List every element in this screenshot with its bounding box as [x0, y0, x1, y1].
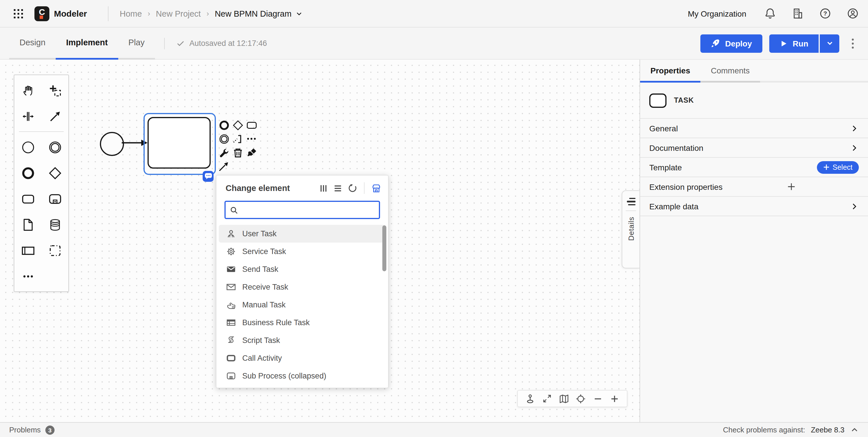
hand-tool[interactable]	[14, 77, 41, 103]
app-switcher-button[interactable]	[9, 4, 28, 23]
append-end-event-button[interactable]	[217, 118, 231, 132]
popup-scrollbar-thumb[interactable]	[382, 225, 386, 271]
space-tool[interactable]	[14, 103, 41, 129]
create-participant[interactable]	[14, 237, 41, 263]
popup-item-manual-task[interactable]: Manual Task	[219, 296, 386, 314]
camunda-logo[interactable]: C	[34, 6, 50, 21]
create-subprocess[interactable]	[41, 186, 68, 212]
rocket-icon	[711, 39, 720, 48]
search-input[interactable]	[242, 205, 375, 215]
run-options-button[interactable]	[820, 34, 839, 53]
marketplace-button[interactable]	[371, 183, 381, 193]
popup-item-send-task[interactable]: Send Task	[219, 260, 386, 278]
intermediate-event-icon	[48, 140, 62, 154]
check-icon	[176, 39, 185, 47]
paintbrush-icon	[246, 147, 257, 158]
start-event-shape[interactable]	[100, 132, 124, 156]
popup-item-business-rule-task[interactable]: Business Rule Task	[219, 314, 386, 332]
append-task-button[interactable]	[245, 118, 258, 132]
caret-up-icon[interactable]	[850, 426, 859, 434]
center-view-button[interactable]	[575, 393, 587, 404]
delete-button[interactable]	[231, 146, 245, 160]
create-group[interactable]	[41, 237, 68, 263]
global-connect-tool[interactable]	[41, 103, 68, 129]
append-intermediate-event-button[interactable]	[217, 132, 231, 146]
popup-item-call-activity[interactable]: Call Activity	[219, 349, 386, 367]
data-object-icon	[22, 217, 34, 231]
organization-label[interactable]: My Organization	[688, 9, 746, 18]
create-start-event[interactable]	[14, 134, 41, 160]
popup-search	[224, 201, 380, 219]
breadcrumb-current[interactable]: New BPMN Diagram	[215, 9, 303, 18]
palette-more[interactable]	[14, 263, 41, 289]
lasso-tool[interactable]	[41, 77, 68, 103]
popup-item-receive-task[interactable]: Receive Task	[219, 278, 386, 296]
create-gateway[interactable]	[41, 160, 68, 186]
popup-item-label: Manual Task	[242, 301, 286, 309]
create-data-store[interactable]	[41, 212, 68, 237]
tab-design[interactable]: Design	[9, 27, 56, 59]
create-end-event[interactable]	[14, 160, 41, 186]
popup-item-subprocess-collapsed[interactable]: Sub Process (collapsed)	[219, 367, 386, 385]
chevron-right-icon	[849, 124, 859, 133]
popup-item-label: User Task	[242, 229, 277, 238]
append-gateway-button[interactable]	[231, 118, 245, 132]
help-button[interactable]: ?	[818, 7, 831, 20]
refresh-suggestions-button[interactable]	[348, 183, 357, 193]
user-avatar-icon	[846, 7, 859, 20]
search-icon	[229, 206, 238, 214]
zoom-in-button[interactable]	[609, 393, 621, 404]
action-bar: Design Implement Play Autosaved at 12:17…	[0, 28, 868, 60]
tab-play[interactable]: Play	[118, 27, 155, 59]
create-data-object[interactable]	[14, 212, 41, 237]
columns-view-button[interactable]	[319, 184, 328, 192]
set-color-button[interactable]	[245, 146, 258, 160]
loop-icon	[348, 183, 357, 193]
create-intermediate-event[interactable]	[41, 134, 68, 160]
profile-button[interactable]	[846, 7, 859, 20]
section-example-data[interactable]: Example data	[640, 197, 868, 216]
notifications-button[interactable]	[764, 7, 776, 20]
diagram-canvas[interactable]: Change element	[0, 60, 640, 422]
change-element-button[interactable]	[217, 146, 231, 160]
overflow-menu-button[interactable]	[846, 34, 859, 53]
intermediate-event-icon	[218, 133, 229, 144]
task-shape[interactable]	[148, 117, 211, 169]
properties-panel: Properties Comments TASK General Documen…	[640, 60, 868, 422]
run-button[interactable]: Run	[769, 34, 818, 53]
popup-item-script-task[interactable]: Script Task	[219, 332, 386, 349]
tabs-divider	[164, 38, 165, 49]
popup-item-user-task[interactable]: User Task	[219, 225, 386, 243]
problems-toggle[interactable]: Problems 3	[9, 425, 55, 434]
user-icon	[226, 229, 236, 239]
details-panel-toggle[interactable]: Details	[622, 191, 640, 268]
plus-icon	[610, 394, 620, 403]
connect-button[interactable]	[217, 160, 231, 173]
list-view-button[interactable]	[334, 184, 342, 192]
tab-comments[interactable]: Comments	[701, 60, 760, 82]
append-text-annotation-button[interactable]	[231, 132, 245, 146]
organizations-button[interactable]	[791, 7, 804, 20]
create-task[interactable]	[14, 186, 41, 212]
reset-origin-button[interactable]	[524, 393, 536, 404]
tab-implement[interactable]: Implement	[56, 27, 118, 59]
engine-version-select[interactable]: Zeebe 8.3	[811, 426, 844, 434]
breadcrumb-home[interactable]: Home	[120, 9, 142, 18]
chevron-down-icon	[826, 40, 833, 47]
section-documentation[interactable]: Documentation	[640, 138, 868, 158]
context-pad-more-button[interactable]	[245, 132, 258, 146]
breadcrumb: Home › New Project › New BPMN Diagram	[120, 9, 303, 18]
tab-properties[interactable]: Properties	[640, 60, 701, 82]
fit-viewport-button[interactable]	[541, 393, 553, 404]
minimap-button[interactable]	[558, 393, 569, 404]
zoom-out-button[interactable]	[592, 393, 603, 404]
section-general[interactable]: General	[640, 119, 868, 138]
deploy-button[interactable]: Deploy	[701, 34, 762, 53]
popup-item-service-task[interactable]: Service Task	[219, 243, 386, 260]
comments-badge[interactable]	[203, 171, 214, 182]
palette-divider	[19, 131, 64, 132]
template-select-button[interactable]: Select	[817, 161, 859, 173]
add-extension-property-button[interactable]	[787, 182, 796, 191]
sequence-flow[interactable]	[122, 137, 150, 148]
breadcrumb-project[interactable]: New Project	[156, 9, 200, 18]
